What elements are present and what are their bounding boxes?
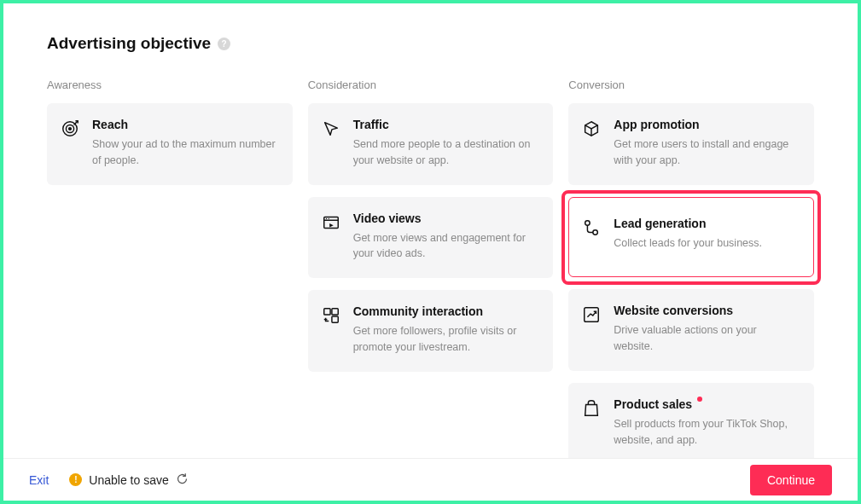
save-status: ! Unable to save: [69, 472, 188, 488]
video-icon: [321, 213, 341, 234]
objective-card-lead-generation[interactable]: Lead generation Collect leads for your b…: [568, 197, 814, 278]
warning-icon: !: [69, 473, 82, 486]
objective-card-app-promotion[interactable]: App promotion Get more users to install …: [568, 103, 814, 185]
card-desc: Collect leads for your business.: [614, 235, 798, 252]
column-label-consideration: Consideration: [308, 78, 554, 91]
svg-rect-10: [332, 316, 338, 322]
card-desc: Get more views and engagement for your v…: [353, 230, 538, 263]
card-title: Community interaction: [353, 304, 538, 318]
svg-point-6: [326, 217, 327, 218]
card-desc: Drive valuable actions on your website.: [614, 322, 798, 355]
new-badge-dot: [697, 397, 702, 402]
box-icon: [581, 119, 602, 140]
card-title: Lead generation: [614, 217, 798, 230]
lead-gen-icon: [581, 218, 602, 239]
shopping-bag-icon: [581, 399, 602, 420]
card-desc: Get more users to install and engage wit…: [614, 136, 798, 169]
card-desc: Sell products from your TikTok Shop, web…: [614, 416, 798, 449]
exit-link[interactable]: Exit: [29, 473, 49, 487]
card-desc: Show your ad to the maximum number of pe…: [92, 136, 276, 169]
continue-button[interactable]: Continue: [750, 465, 832, 495]
card-title: Product sales: [614, 397, 798, 411]
card-title: Website conversions: [614, 304, 798, 317]
chart-up-icon: [581, 305, 602, 326]
svg-point-12: [585, 220, 590, 225]
card-title: App promotion: [614, 118, 798, 131]
svg-point-2: [69, 128, 72, 130]
column-label-awareness: Awareness: [47, 78, 293, 91]
page-heading: Advertising objective ?: [47, 34, 814, 53]
card-title: Video views: [353, 211, 538, 225]
svg-rect-9: [332, 309, 338, 315]
column-label-conversion: Conversion: [568, 78, 814, 91]
objective-card-community[interactable]: Community interaction Get more followers…: [308, 290, 554, 372]
community-icon: [321, 306, 341, 327]
objective-card-video-views[interactable]: Video views Get more views and engagemen…: [308, 197, 554, 279]
card-desc: Get more followers, profile visits or pr…: [353, 323, 538, 356]
target-icon: [60, 119, 80, 140]
footer-bar: Exit ! Unable to save Continue: [3, 458, 858, 501]
card-title: Traffic: [353, 118, 538, 131]
page-title: Advertising objective: [47, 34, 211, 53]
refresh-icon[interactable]: [176, 472, 189, 488]
svg-rect-8: [323, 309, 329, 315]
svg-point-13: [593, 229, 598, 235]
objective-card-website-conversions[interactable]: Website conversions Drive valuable actio…: [568, 289, 814, 371]
cursor-icon: [321, 119, 341, 140]
card-desc: Send more people to a destination on you…: [353, 136, 538, 169]
help-icon[interactable]: ?: [218, 38, 230, 50]
svg-point-7: [328, 217, 329, 218]
objective-card-traffic[interactable]: Traffic Send more people to a destinatio…: [308, 103, 554, 185]
objective-card-reach[interactable]: Reach Show your ad to the maximum number…: [47, 103, 293, 185]
save-status-text: Unable to save: [89, 473, 168, 487]
card-title: Reach: [92, 118, 276, 131]
objective-card-product-sales[interactable]: Product sales Sell products from your Ti…: [568, 383, 814, 465]
